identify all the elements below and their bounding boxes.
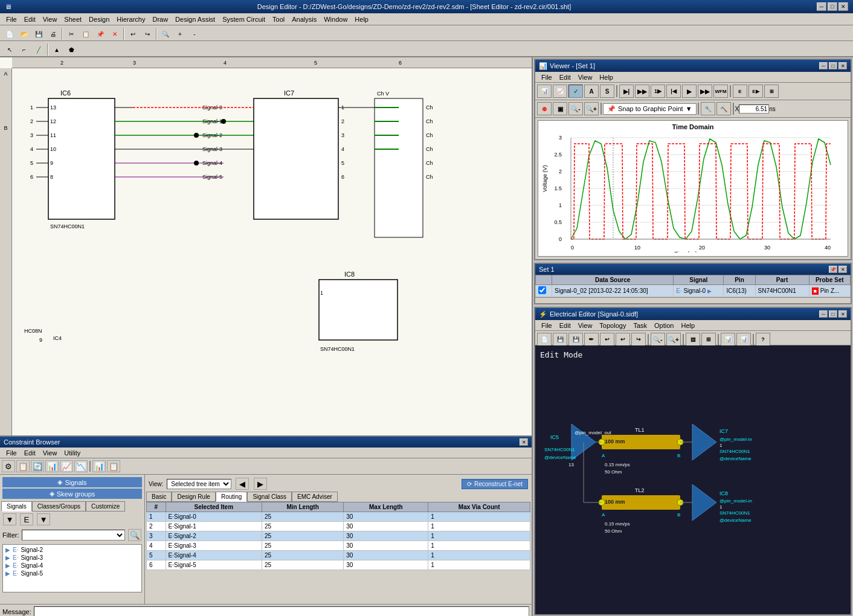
viewer-close[interactable]: ✕	[839, 62, 847, 69]
tab-design-rule[interactable]: Design Rule	[172, 492, 215, 502]
ee-zoom-in[interactable]: 🔍+	[666, 333, 681, 346]
vt-play2[interactable]: ▶▶	[635, 85, 649, 98]
vt-stop[interactable]: |◀	[666, 85, 681, 98]
redo-btn[interactable]: ↪	[141, 27, 154, 40]
vt-tools2[interactable]: 🔨	[716, 102, 731, 115]
menu-tool[interactable]: Tool	[269, 14, 288, 24]
minimize-btn[interactable]: ─	[817, 2, 826, 11]
viewer-maximize[interactable]: □	[829, 62, 837, 69]
set1-pin[interactable]: 📌	[829, 266, 837, 273]
tab-customize[interactable]: Customize	[86, 501, 125, 512]
ee-minimize[interactable]: ─	[819, 310, 828, 318]
cb-menu-file[interactable]: File	[2, 449, 21, 457]
cb-tool3[interactable]: 🔄	[31, 460, 44, 472]
tool-poly[interactable]: ⬟	[65, 43, 78, 56]
copy-btn[interactable]: 📋	[79, 27, 92, 40]
menu-system-circuit[interactable]: System Circuit	[219, 14, 269, 24]
vt-a[interactable]: A	[584, 85, 599, 98]
tool-place[interactable]: ▲	[50, 43, 63, 56]
paste-btn[interactable]: 📌	[94, 27, 107, 40]
ee-tool1[interactable]: 📄	[537, 333, 552, 346]
cb-tool5[interactable]: 📈	[60, 460, 73, 472]
menu-file[interactable]: File	[2, 14, 21, 24]
vt-zoom-out[interactable]: 🔍-	[568, 102, 583, 115]
vt-target[interactable]: ⊕	[537, 102, 552, 115]
tab-emc[interactable]: EMC Adviser	[292, 492, 338, 502]
vt-chart2[interactable]: 📈	[553, 85, 567, 98]
viewer-minimize[interactable]: ─	[819, 62, 828, 69]
ee-canvas[interactable]: Edit Mode IC5 SN74HC00N1 @deviceName @pi…	[535, 345, 851, 615]
set1-checkbox-1[interactable]	[538, 286, 546, 294]
filter-type-btn[interactable]: E	[20, 513, 33, 525]
tab-signal-class[interactable]: Signal Class	[247, 492, 292, 502]
print-btn[interactable]: 🖨	[47, 27, 60, 40]
menu-view[interactable]: View	[39, 14, 61, 24]
vt-wfm[interactable]: WFM	[713, 85, 728, 98]
view-dropdown[interactable]: Selected tree item	[167, 479, 231, 489]
ee-menu-edit[interactable]: Edit	[556, 321, 575, 330]
cb-tool7[interactable]: 📊	[92, 460, 106, 472]
cb-tool4[interactable]: 📊	[45, 460, 59, 472]
filter-pin-btn[interactable]: ▼	[37, 513, 50, 525]
signals-list[interactable]: ▶ E· Signal-2 ▶ E· Signal-3 ▶ E· Sig	[2, 544, 142, 592]
ee-tool6[interactable]: ↩	[616, 333, 630, 346]
zoom-out-btn[interactable]: -	[188, 27, 201, 40]
view-btn1[interactable]: ◀	[236, 478, 249, 490]
x-coord-input[interactable]	[739, 104, 769, 114]
ee-tool7[interactable]: ↪	[631, 333, 646, 346]
vt-expand[interactable]: ⊞	[764, 85, 779, 98]
ee-help[interactable]: ?	[756, 333, 770, 346]
vt-s[interactable]: S	[600, 85, 614, 98]
vt-rect[interactable]: ▣	[553, 102, 567, 115]
menu-analysis[interactable]: Analysis	[288, 14, 320, 24]
cb-tool1[interactable]: ⚙	[2, 460, 15, 472]
open-btn[interactable]: 📂	[18, 27, 31, 40]
cb-menu-utility[interactable]: Utility	[60, 449, 84, 457]
view-btn2[interactable]: ▶	[254, 478, 267, 490]
ee-tool4[interactable]: ✏	[584, 333, 599, 346]
ee-menu-help[interactable]: Help	[677, 321, 698, 330]
delete-btn[interactable]: ✕	[108, 27, 121, 40]
close-btn[interactable]: ✕	[839, 2, 848, 11]
vt-ff[interactable]: ▶▶	[698, 85, 712, 98]
snap-graphic-btn[interactable]: 📌 Snap to Graphic Point ▼	[603, 103, 697, 115]
ee-tool5[interactable]: ↩	[600, 333, 614, 346]
ee-menu-file[interactable]: File	[538, 321, 556, 330]
set1-close[interactable]: ✕	[839, 266, 847, 273]
tab-basic[interactable]: Basic	[146, 492, 172, 502]
ee-close[interactable]: ✕	[839, 310, 847, 318]
cb-tool2[interactable]: 📋	[16, 460, 30, 472]
ee-layout2[interactable]: ⊞	[701, 333, 716, 346]
reconstruct-btn[interactable]: ⟳ Reconstruct E-net	[462, 479, 528, 489]
filter-icon-btn[interactable]: ▼	[3, 513, 16, 525]
ee-menu-task[interactable]: Task	[629, 321, 651, 330]
filter-select[interactable]	[22, 530, 126, 541]
ee-tool2[interactable]: 💾	[553, 333, 567, 346]
maximize-btn[interactable]: □	[828, 2, 837, 11]
cb-tool6[interactable]: 📉	[74, 460, 88, 472]
vt-play3[interactable]: ▶	[682, 85, 697, 98]
new-btn[interactable]: 📄	[3, 27, 16, 40]
cb-close-btn[interactable]: ✕	[520, 438, 528, 446]
save-btn[interactable]: 💾	[32, 27, 45, 40]
signals-btn[interactable]: ◈ Signals	[2, 477, 142, 487]
signal-item-3[interactable]: ▶ E· Signal-3	[4, 554, 140, 562]
cb-tool8[interactable]: 📋	[107, 460, 120, 472]
tab-classes[interactable]: Classes/Groups	[32, 501, 86, 512]
menu-draw[interactable]: Draw	[149, 14, 172, 24]
menu-sheet[interactable]: Sheet	[60, 14, 85, 24]
ee-layout[interactable]: ▤	[686, 333, 700, 346]
cb-menu-edit[interactable]: Edit	[21, 449, 39, 457]
vt-step[interactable]: 1▶	[651, 85, 665, 98]
vt-zoom-in[interactable]: 🔍+	[584, 102, 599, 115]
menu-design-assist[interactable]: Design Assist	[172, 14, 219, 24]
tool-line[interactable]: ╱	[32, 43, 45, 56]
menu-window[interactable]: Window	[320, 14, 351, 24]
ee-chart2[interactable]: 📊	[736, 333, 751, 346]
viewer-menu-help[interactable]: Help	[596, 73, 617, 82]
tool-select[interactable]: ↖	[3, 43, 16, 56]
signal-item-2[interactable]: ▶ E· Signal-2	[4, 546, 140, 554]
filter-search-btn[interactable]: 🔍	[128, 529, 141, 541]
vt-tools1[interactable]: 🔧	[701, 102, 715, 115]
vt-play1[interactable]: ▶|	[619, 85, 634, 98]
